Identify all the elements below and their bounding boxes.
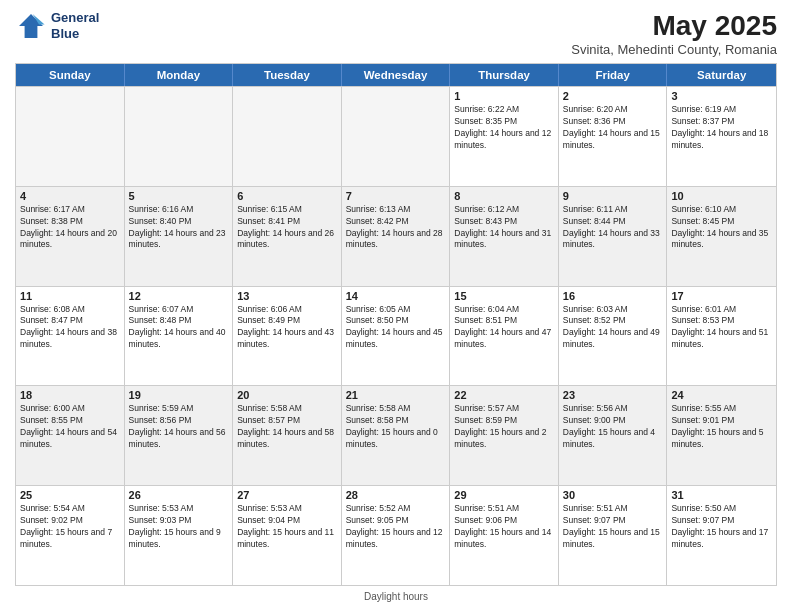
calendar-cell: 3Sunrise: 6:19 AM Sunset: 8:37 PM Daylig…: [667, 87, 776, 186]
day-info: Sunrise: 6:17 AM Sunset: 8:38 PM Dayligh…: [20, 204, 120, 252]
calendar-body: 1Sunrise: 6:22 AM Sunset: 8:35 PM Daylig…: [16, 86, 776, 585]
day-info: Sunrise: 6:16 AM Sunset: 8:40 PM Dayligh…: [129, 204, 229, 252]
day-number: 10: [671, 190, 772, 202]
day-number: 17: [671, 290, 772, 302]
day-info: Sunrise: 5:56 AM Sunset: 9:00 PM Dayligh…: [563, 403, 663, 451]
calendar-cell: 14Sunrise: 6:05 AM Sunset: 8:50 PM Dayli…: [342, 287, 451, 386]
day-info: Sunrise: 5:54 AM Sunset: 9:02 PM Dayligh…: [20, 503, 120, 551]
calendar-cell: 27Sunrise: 5:53 AM Sunset: 9:04 PM Dayli…: [233, 486, 342, 585]
day-info: Sunrise: 5:58 AM Sunset: 8:57 PM Dayligh…: [237, 403, 337, 451]
calendar-cell: [233, 87, 342, 186]
day-info: Sunrise: 5:51 AM Sunset: 9:06 PM Dayligh…: [454, 503, 554, 551]
day-info: Sunrise: 6:06 AM Sunset: 8:49 PM Dayligh…: [237, 304, 337, 352]
day-number: 3: [671, 90, 772, 102]
day-number: 4: [20, 190, 120, 202]
day-of-week-header: Sunday: [16, 64, 125, 86]
calendar-cell: 18Sunrise: 6:00 AM Sunset: 8:55 PM Dayli…: [16, 386, 125, 485]
logo-icon: [15, 10, 47, 42]
calendar-week-row: 25Sunrise: 5:54 AM Sunset: 9:02 PM Dayli…: [16, 485, 776, 585]
calendar-cell: 25Sunrise: 5:54 AM Sunset: 9:02 PM Dayli…: [16, 486, 125, 585]
calendar-cell: 11Sunrise: 6:08 AM Sunset: 8:47 PM Dayli…: [16, 287, 125, 386]
footer: Daylight hours: [15, 591, 777, 602]
day-info: Sunrise: 5:53 AM Sunset: 9:03 PM Dayligh…: [129, 503, 229, 551]
calendar-cell: 7Sunrise: 6:13 AM Sunset: 8:42 PM Daylig…: [342, 187, 451, 286]
day-info: Sunrise: 6:13 AM Sunset: 8:42 PM Dayligh…: [346, 204, 446, 252]
day-number: 16: [563, 290, 663, 302]
day-number: 31: [671, 489, 772, 501]
calendar-cell: 23Sunrise: 5:56 AM Sunset: 9:00 PM Dayli…: [559, 386, 668, 485]
calendar-cell: 26Sunrise: 5:53 AM Sunset: 9:03 PM Dayli…: [125, 486, 234, 585]
day-number: 7: [346, 190, 446, 202]
day-info: Sunrise: 5:58 AM Sunset: 8:58 PM Dayligh…: [346, 403, 446, 451]
day-info: Sunrise: 6:10 AM Sunset: 8:45 PM Dayligh…: [671, 204, 772, 252]
day-info: Sunrise: 6:04 AM Sunset: 8:51 PM Dayligh…: [454, 304, 554, 352]
calendar-cell: 15Sunrise: 6:04 AM Sunset: 8:51 PM Dayli…: [450, 287, 559, 386]
calendar-week-row: 11Sunrise: 6:08 AM Sunset: 8:47 PM Dayli…: [16, 286, 776, 386]
title-block: May 2025 Svinita, Mehedinti County, Roma…: [571, 10, 777, 57]
page: General Blue May 2025 Svinita, Mehedinti…: [0, 0, 792, 612]
calendar-cell: 13Sunrise: 6:06 AM Sunset: 8:49 PM Dayli…: [233, 287, 342, 386]
day-info: Sunrise: 6:03 AM Sunset: 8:52 PM Dayligh…: [563, 304, 663, 352]
calendar-cell: 22Sunrise: 5:57 AM Sunset: 8:59 PM Dayli…: [450, 386, 559, 485]
day-number: 30: [563, 489, 663, 501]
day-info: Sunrise: 5:57 AM Sunset: 8:59 PM Dayligh…: [454, 403, 554, 451]
day-info: Sunrise: 5:50 AM Sunset: 9:07 PM Dayligh…: [671, 503, 772, 551]
calendar-header: SundayMondayTuesdayWednesdayThursdayFrid…: [16, 64, 776, 86]
day-number: 26: [129, 489, 229, 501]
day-number: 5: [129, 190, 229, 202]
svg-marker-0: [19, 14, 43, 38]
day-number: 8: [454, 190, 554, 202]
calendar-cell: 28Sunrise: 5:52 AM Sunset: 9:05 PM Dayli…: [342, 486, 451, 585]
day-number: 27: [237, 489, 337, 501]
day-of-week-header: Wednesday: [342, 64, 451, 86]
day-info: Sunrise: 6:05 AM Sunset: 8:50 PM Dayligh…: [346, 304, 446, 352]
day-info: Sunrise: 6:19 AM Sunset: 8:37 PM Dayligh…: [671, 104, 772, 152]
day-number: 6: [237, 190, 337, 202]
calendar-cell: 10Sunrise: 6:10 AM Sunset: 8:45 PM Dayli…: [667, 187, 776, 286]
day-of-week-header: Saturday: [667, 64, 776, 86]
day-info: Sunrise: 5:53 AM Sunset: 9:04 PM Dayligh…: [237, 503, 337, 551]
calendar-cell: 30Sunrise: 5:51 AM Sunset: 9:07 PM Dayli…: [559, 486, 668, 585]
calendar: SundayMondayTuesdayWednesdayThursdayFrid…: [15, 63, 777, 586]
logo: General Blue: [15, 10, 99, 42]
day-of-week-header: Tuesday: [233, 64, 342, 86]
day-info: Sunrise: 6:08 AM Sunset: 8:47 PM Dayligh…: [20, 304, 120, 352]
day-number: 19: [129, 389, 229, 401]
day-of-week-header: Thursday: [450, 64, 559, 86]
day-number: 22: [454, 389, 554, 401]
day-number: 9: [563, 190, 663, 202]
calendar-week-row: 1Sunrise: 6:22 AM Sunset: 8:35 PM Daylig…: [16, 86, 776, 186]
calendar-cell: 5Sunrise: 6:16 AM Sunset: 8:40 PM Daylig…: [125, 187, 234, 286]
calendar-cell: 4Sunrise: 6:17 AM Sunset: 8:38 PM Daylig…: [16, 187, 125, 286]
day-info: Sunrise: 6:00 AM Sunset: 8:55 PM Dayligh…: [20, 403, 120, 451]
logo-text: General Blue: [51, 10, 99, 41]
day-number: 28: [346, 489, 446, 501]
day-info: Sunrise: 6:12 AM Sunset: 8:43 PM Dayligh…: [454, 204, 554, 252]
day-info: Sunrise: 6:01 AM Sunset: 8:53 PM Dayligh…: [671, 304, 772, 352]
calendar-cell: 19Sunrise: 5:59 AM Sunset: 8:56 PM Dayli…: [125, 386, 234, 485]
calendar-cell: [342, 87, 451, 186]
main-title: May 2025: [571, 10, 777, 42]
calendar-cell: 20Sunrise: 5:58 AM Sunset: 8:57 PM Dayli…: [233, 386, 342, 485]
day-number: 21: [346, 389, 446, 401]
calendar-cell: 9Sunrise: 6:11 AM Sunset: 8:44 PM Daylig…: [559, 187, 668, 286]
day-number: 2: [563, 90, 663, 102]
calendar-cell: 17Sunrise: 6:01 AM Sunset: 8:53 PM Dayli…: [667, 287, 776, 386]
day-of-week-header: Monday: [125, 64, 234, 86]
day-number: 24: [671, 389, 772, 401]
day-info: Sunrise: 6:22 AM Sunset: 8:35 PM Dayligh…: [454, 104, 554, 152]
day-info: Sunrise: 5:55 AM Sunset: 9:01 PM Dayligh…: [671, 403, 772, 451]
calendar-cell: 12Sunrise: 6:07 AM Sunset: 8:48 PM Dayli…: [125, 287, 234, 386]
day-number: 18: [20, 389, 120, 401]
day-info: Sunrise: 5:59 AM Sunset: 8:56 PM Dayligh…: [129, 403, 229, 451]
calendar-cell: 16Sunrise: 6:03 AM Sunset: 8:52 PM Dayli…: [559, 287, 668, 386]
calendar-cell: 1Sunrise: 6:22 AM Sunset: 8:35 PM Daylig…: [450, 87, 559, 186]
day-number: 14: [346, 290, 446, 302]
calendar-week-row: 18Sunrise: 6:00 AM Sunset: 8:55 PM Dayli…: [16, 385, 776, 485]
day-of-week-header: Friday: [559, 64, 668, 86]
day-info: Sunrise: 6:07 AM Sunset: 8:48 PM Dayligh…: [129, 304, 229, 352]
calendar-cell: 31Sunrise: 5:50 AM Sunset: 9:07 PM Dayli…: [667, 486, 776, 585]
subtitle: Svinita, Mehedinti County, Romania: [571, 42, 777, 57]
day-info: Sunrise: 5:51 AM Sunset: 9:07 PM Dayligh…: [563, 503, 663, 551]
calendar-cell: 8Sunrise: 6:12 AM Sunset: 8:43 PM Daylig…: [450, 187, 559, 286]
